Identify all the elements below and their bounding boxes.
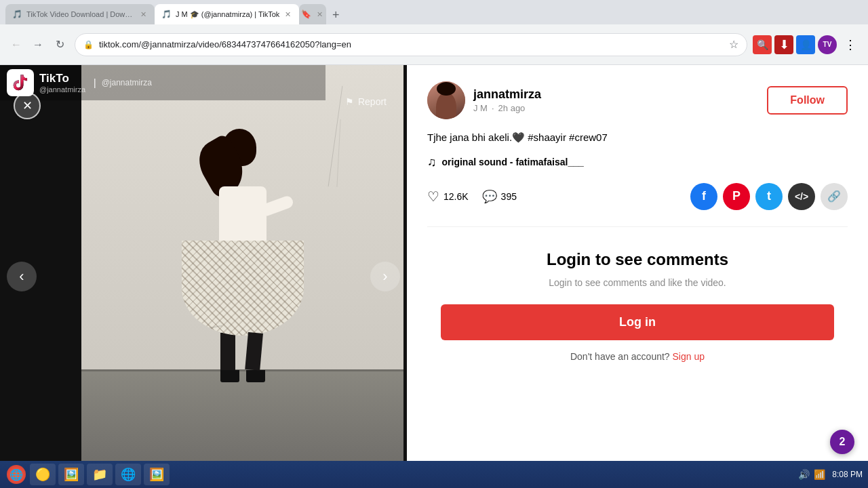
- user-info-row: jannatmirza J M · 2h ago Follow: [427, 81, 848, 119]
- report-flag-icon: ⚑: [345, 96, 354, 107]
- nav-buttons: ← → ↻: [7, 35, 69, 54]
- like-count: 12.6K: [443, 191, 469, 202]
- taskbar-chrome-icon: 🟡: [35, 467, 50, 482]
- follow-button[interactable]: Follow: [767, 86, 848, 115]
- start-button[interactable]: 🌐: [5, 464, 27, 485]
- address-bar-input[interactable]: [99, 39, 724, 49]
- pinterest-icon: P: [732, 189, 741, 203]
- signup-prompt: Don't have an account?: [570, 351, 670, 362]
- taskbar-browser2-icon: 🌐: [121, 467, 136, 482]
- login-button[interactable]: Log in: [441, 304, 834, 340]
- report-label: Report: [358, 96, 387, 107]
- facebook-icon: f: [702, 189, 706, 203]
- share-icons: f P t </> 🔗: [690, 183, 848, 210]
- sound-text[interactable]: original sound - fatimafaisal___: [442, 157, 584, 167]
- chrome-menu-button[interactable]: ⋮: [840, 34, 861, 56]
- start-icon: 🌐: [7, 465, 26, 484]
- signup-row: Don't have an account? Sign up: [441, 351, 834, 362]
- username-label[interactable]: jannatmirza: [473, 87, 759, 102]
- embed-icon: </>: [795, 191, 808, 202]
- meta-separator: ·: [492, 103, 494, 113]
- network-icon[interactable]: 📶: [814, 469, 825, 480]
- comments-stat: 💬 395: [482, 189, 517, 204]
- like-icon[interactable]: ♡: [427, 188, 439, 205]
- tiktok-watermark: TikTo @jannatmirza | @jannatmirza: [0, 65, 326, 100]
- post-caption: Tjhe jana bhi akeli.🖤 #shaayir #crew07: [427, 130, 848, 146]
- share-embed-button[interactable]: </>: [788, 183, 815, 210]
- taskbar-photos[interactable]: 🖼️: [144, 464, 170, 485]
- taskbar: 🌐 🟡 🖼️ 📁 🌐 🖼️ 🔊 📶 8:08 PM: [0, 461, 868, 488]
- tab-close-1[interactable]: ✕: [139, 9, 148, 20]
- bookmark-star-icon[interactable]: ☆: [729, 38, 738, 51]
- login-subtitle: Login to see comments and like the video…: [441, 277, 834, 288]
- login-section: Login to see comments Login to see comme…: [427, 243, 848, 369]
- page-content: TikTo @jannatmirza | @jannatmirza ✕: [0, 65, 868, 488]
- extension-user-icon[interactable]: 👤: [796, 35, 815, 54]
- taskbar-chrome[interactable]: 🟡: [30, 464, 56, 485]
- right-panel: jannatmirza J M · 2h ago Follow Tjhe jan…: [407, 65, 868, 488]
- taskbar-clock: 8:08 PM: [832, 469, 863, 481]
- music-icon: ♫: [427, 155, 437, 169]
- link-icon: 🔗: [827, 190, 841, 203]
- taskbar-sys-icons: 🔊 📶: [794, 469, 829, 480]
- section-divider: [427, 226, 848, 227]
- share-facebook-button[interactable]: f: [690, 183, 717, 210]
- post-time: 2h ago: [498, 103, 526, 113]
- login-title: Login to see comments: [441, 250, 834, 269]
- tab-label-1: TikTok Video Download | Down...: [26, 10, 135, 18]
- user-avatar[interactable]: [427, 81, 465, 119]
- likes-stat: ♡ 12.6K: [427, 188, 469, 205]
- refresh-button[interactable]: ↻: [50, 35, 69, 54]
- extension-tv-icon[interactable]: TV: [818, 35, 837, 54]
- share-twitter-button[interactable]: t: [755, 183, 783, 210]
- taskbar-photos-icon: 🖼️: [149, 467, 164, 482]
- tab-label-2: J M 🎓 (@jannatmirza) | TikTok: [176, 10, 279, 19]
- taskbar-browser2[interactable]: 🌐: [115, 464, 141, 485]
- person-figure: [182, 125, 304, 382]
- signup-link[interactable]: Sign up: [673, 351, 705, 362]
- user-handle: J M: [473, 103, 488, 113]
- taskbar-explorer[interactable]: 🖼️: [58, 464, 84, 485]
- comment-count: 395: [501, 191, 517, 202]
- new-tab-button[interactable]: +: [326, 5, 345, 24]
- report-button[interactable]: ⚑ Report: [338, 92, 393, 111]
- avatar-image: [427, 81, 465, 119]
- comment-icon[interactable]: 💬: [482, 189, 497, 204]
- video-frame: [81, 65, 403, 488]
- notification-bubble[interactable]: 2: [830, 430, 854, 454]
- prev-video-button[interactable]: ‹: [7, 262, 37, 291]
- next-video-button[interactable]: ›: [370, 262, 400, 291]
- browser-actions: 🔍 ⬇ 👤 TV ⋮: [753, 34, 861, 56]
- forward-button[interactable]: →: [28, 35, 47, 54]
- lock-icon: 🔒: [83, 40, 94, 49]
- browser-chrome: ← → ↻ 🔒 ☆ 🔍 ⬇ 👤 TV ⋮: [0, 24, 868, 65]
- user-details: jannatmirza J M · 2h ago: [473, 87, 759, 113]
- twitter-icon: t: [767, 189, 771, 203]
- tab-3[interactable]: 🔖 ✕: [299, 4, 326, 24]
- user-meta: J M · 2h ago: [473, 103, 759, 113]
- extension-download-icon[interactable]: ⬇: [774, 35, 793, 54]
- stats-share-row: ♡ 12.6K 💬 395 f P t </>: [427, 183, 848, 210]
- sound-row: ♫ original sound - fatimafaisal___: [427, 155, 848, 169]
- address-bar-container: 🔒 ☆: [75, 33, 747, 56]
- taskbar-time[interactable]: 8:08 PM: [832, 469, 863, 481]
- tab-2[interactable]: 🎵 J M 🎓 (@jannatmirza) | TikTok ✕: [155, 4, 299, 24]
- tab-favicon-2: 🎵: [161, 9, 172, 19]
- share-link-button[interactable]: 🔗: [821, 183, 848, 210]
- tab-1[interactable]: 🎵 TikTok Video Download | Down... ✕: [5, 4, 155, 24]
- back-button[interactable]: ←: [7, 35, 26, 54]
- volume-icon[interactable]: 🔊: [798, 469, 810, 480]
- tiktok-brand-text: TikTo @jannatmirza: [39, 72, 85, 94]
- close-button[interactable]: ✕: [14, 92, 41, 119]
- tab-bar: 🎵 TikTok Video Download | Down... ✕ 🎵 J …: [0, 0, 868, 24]
- tab-favicon-1: 🎵: [12, 9, 22, 19]
- tab-favicon-3: 🔖: [301, 9, 311, 19]
- taskbar-folder[interactable]: 📁: [87, 464, 113, 485]
- video-panel: TikTo @jannatmirza | @jannatmirza ✕: [0, 65, 407, 488]
- share-pinterest-button[interactable]: P: [723, 183, 750, 210]
- extension-red-icon[interactable]: 🔍: [753, 35, 772, 54]
- tab-close-2[interactable]: ✕: [283, 9, 292, 20]
- taskbar-folder-icon: 📁: [92, 467, 107, 482]
- tab-close-3[interactable]: ✕: [315, 9, 324, 20]
- taskbar-explorer-icon: 🖼️: [64, 467, 79, 482]
